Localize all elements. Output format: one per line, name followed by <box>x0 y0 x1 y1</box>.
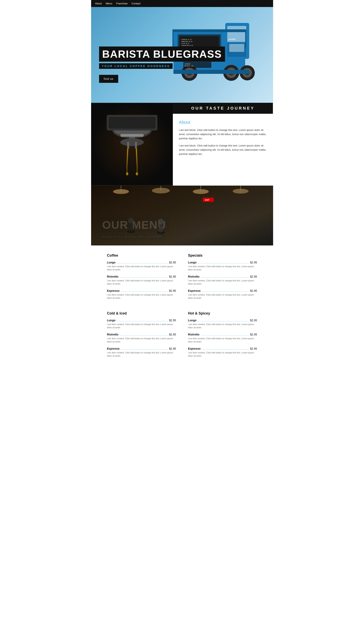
menu-item-dots <box>202 291 249 292</box>
find-us-button[interactable]: find us <box>99 75 118 83</box>
menu-item-desc: I am Item content. Click edit button to … <box>188 265 257 271</box>
svg-rect-30 <box>245 32 246 48</box>
menu-category-cold-iced: Cold & IcedLungo$2.95I am Item content. … <box>107 311 176 361</box>
taste-content-right: OUR TASTE JOURNEY About I am text block.… <box>173 103 273 186</box>
menu-item-desc: I am Item content. Click edit button to … <box>107 265 176 271</box>
svg-point-35 <box>120 138 144 146</box>
svg-text:CAPPUCCINO $4.50: CAPPUCCINO $4.50 <box>182 45 193 46</box>
nav-franchise[interactable]: Franchise <box>116 2 128 5</box>
hero-section: ESPRESSO $3.10 AMERICANO $3.50 LATTE $4.… <box>91 7 273 103</box>
menu-item-dots <box>116 263 168 263</box>
svg-text:AMERICANO  $3.50: AMERICANO $3.50 <box>182 41 192 42</box>
menu-item-price: $2.95 <box>169 275 176 278</box>
svg-point-59 <box>158 219 164 224</box>
taste-journey-section: OUR TASTE JOURNEY About I am text block.… <box>91 103 273 186</box>
svg-rect-41 <box>109 117 156 129</box>
menu-item-name: Ristretto <box>188 333 200 336</box>
svg-text:ESPRESSO   $3.10: ESPRESSO $3.10 <box>182 39 192 40</box>
svg-point-56 <box>128 218 134 223</box>
menu-item-name: Lungo <box>188 319 196 322</box>
menu-category-specials: SpecialsLungo$2.95I am Item content. Cli… <box>188 253 257 303</box>
menu-item-desc: I am Item content. Click edit button to … <box>107 323 176 329</box>
menu-item-name: Espresso <box>107 289 120 292</box>
svg-rect-36 <box>127 142 129 149</box>
taste-header: OUR TASTE JOURNEY <box>173 103 273 114</box>
menu-item-desc: I am Item content. Click edit button to … <box>188 293 257 300</box>
menu-item: Ristretto$2.95I am Item content. Click e… <box>188 275 257 285</box>
menu-item: Espresso$2.95I am Item content. Click ed… <box>188 347 257 358</box>
hero-title: BARISTA BLUEGRASS <box>99 47 225 63</box>
svg-text:EXIT: EXIT <box>205 199 209 201</box>
menu-item-price: $2.95 <box>169 347 176 350</box>
menu-item: Espresso$2.95I am Item content. Click ed… <box>107 289 176 300</box>
menu-item: Lungo$2.95I am Item content. Click edit … <box>188 319 257 329</box>
nav-menu[interactable]: Menu <box>106 2 112 5</box>
menu-item: Espresso$2.95I am Item content. Click ed… <box>188 289 257 300</box>
menu-item-price: $2.95 <box>169 261 176 264</box>
menu-item-dots <box>198 263 249 263</box>
menu-item: Ristretto$2.95I am Item content. Click e… <box>188 333 257 344</box>
category-title-coffee: Coffee <box>107 253 176 258</box>
svg-rect-43 <box>91 186 273 245</box>
svg-rect-28 <box>172 29 246 32</box>
menu-item-desc: I am Item content. Click edit button to … <box>107 293 176 300</box>
menu-item-name: Espresso <box>107 347 120 350</box>
svg-text:LATTE      $4.25: LATTE $4.25 <box>182 43 190 44</box>
menu-item-name: Espresso <box>188 289 200 292</box>
menu-item: Lungo$2.95I am Item content. Click edit … <box>107 319 176 329</box>
menu-item-price: $2.95 <box>250 289 257 292</box>
menu-item-name: Ristretto <box>188 275 200 278</box>
menu-item-dots <box>120 335 168 336</box>
menu-item-desc: I am Item content. Click edit button to … <box>188 351 257 358</box>
menu-item-desc: I am Item content. Click edit button to … <box>188 337 257 344</box>
menu-item-price: $2.95 <box>250 347 257 350</box>
menu-item-price: $2.95 <box>169 333 176 336</box>
menu-item: Lungo$2.95I am Item content. Click edit … <box>188 261 257 271</box>
taste-about-title: About <box>179 120 267 125</box>
category-title-cold-iced: Cold & Iced <box>107 311 176 315</box>
taste-image-left <box>91 103 173 186</box>
menu-item-price: $2.95 <box>169 289 176 292</box>
taste-paragraph-2: I am text block. Click edit button to ch… <box>179 144 267 156</box>
menu-category-hot-spicy: Hot & SpiceyLungo$2.95I am Item content.… <box>188 311 257 361</box>
nav-about[interactable]: About <box>95 2 102 5</box>
menu-item-price: $2.95 <box>250 275 257 278</box>
taste-text-content: About I am text block. Click edit button… <box>173 114 273 186</box>
menu-item-name: Lungo <box>107 261 116 264</box>
menu-hero-section: EXIT OUR MENU HUMANITY RUNS ON COFFEE <box>91 186 273 245</box>
svg-point-38 <box>126 172 128 175</box>
menu-item-dots <box>116 321 168 321</box>
menu-item-desc: I am Item content. Click edit button to … <box>107 351 176 358</box>
menu-item-name: Lungo <box>107 319 116 322</box>
menu-item-price: $2.95 <box>250 261 257 264</box>
svg-rect-29 <box>172 32 174 48</box>
menu-item: Espresso$2.95I am Item content. Click ed… <box>107 347 176 358</box>
menu-item: Ristretto$2.95I am Item content. Click e… <box>107 333 176 344</box>
svg-rect-5 <box>229 44 244 52</box>
menu-item-dots <box>198 321 249 321</box>
svg-rect-37 <box>135 142 137 149</box>
menu-item-price: $2.95 <box>250 319 257 322</box>
menu-item-dots <box>121 291 168 292</box>
menu-item-desc: I am Item content. Click edit button to … <box>188 279 257 285</box>
taste-paragraph-1: I am text block. Click edit button to ch… <box>179 128 267 141</box>
hero-overlay: BARISTA BLUEGRASS YOUR LOCAL COFFEE GOOD… <box>99 47 225 83</box>
menu-item-name: Ristretto <box>107 275 118 278</box>
main-nav: About Menu Franchise Contact <box>91 0 273 7</box>
nav-contact[interactable]: Contact <box>132 2 140 5</box>
menu-item: Lungo$2.95I am Item content. Click edit … <box>107 261 176 271</box>
menu-item-name: Ristretto <box>107 333 118 336</box>
menu-item-price: $2.95 <box>169 319 176 322</box>
category-title-specials: Specials <box>188 253 257 258</box>
menu-item: Ristretto$2.95I am Item content. Click e… <box>107 275 176 285</box>
menu-item-price: $2.95 <box>250 333 257 336</box>
svg-text:JACKED: JACKED <box>228 38 236 40</box>
menu-item-dots <box>201 335 249 336</box>
menu-item-desc: I am Item content. Click edit button to … <box>107 337 176 344</box>
menu-item-desc: I am Item content. Click edit button to … <box>188 323 257 329</box>
menu-item-name: Espresso <box>188 347 200 350</box>
svg-point-39 <box>136 172 138 175</box>
menu-item-desc: I am Item content. Click edit button to … <box>107 279 176 285</box>
category-title-hot-spicy: Hot & Spicey <box>188 311 257 315</box>
menu-category-coffee: CoffeeLungo$2.95I am Item content. Click… <box>107 253 176 303</box>
